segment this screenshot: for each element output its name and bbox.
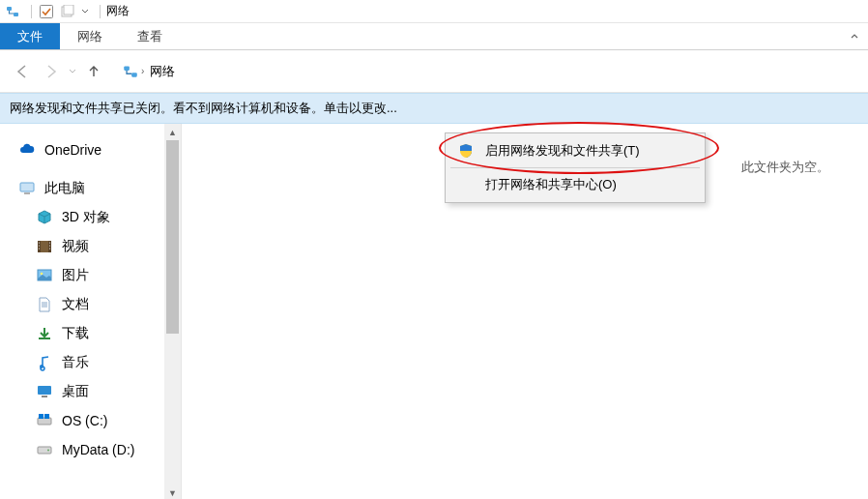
sidebar-item-label: 音乐: [62, 354, 89, 371]
doc-icon: [35, 295, 54, 314]
blank-icon: [456, 175, 476, 194]
scroll-up-icon[interactable]: ▲: [164, 124, 181, 140]
sidebar-item-documents[interactable]: 文档: [0, 290, 181, 319]
quickaccess-generic-icon[interactable]: [59, 3, 76, 20]
titlebar-separator: [31, 5, 32, 18]
context-item-enable-discovery[interactable]: 启用网络发现和文件共享(T): [448, 136, 702, 165]
sidebar-item-downloads[interactable]: 下载: [0, 319, 181, 348]
svg-point-20: [40, 365, 43, 368]
network-icon: [122, 63, 139, 80]
nav-up-button[interactable]: [79, 57, 108, 86]
sidebar-item-thispc[interactable]: 此电脑: [0, 174, 181, 203]
titlebar-separator: [100, 5, 101, 18]
scroll-down-icon[interactable]: ▼: [164, 484, 181, 499]
ribbon-tab-label: 文件: [17, 28, 43, 45]
drive-os-icon: [35, 411, 54, 430]
svg-point-27: [47, 450, 49, 452]
svg-rect-2: [41, 5, 53, 17]
svg-point-13: [39, 245, 40, 246]
svg-rect-1: [14, 13, 18, 16]
sidebar-item-label: 3D 对象: [62, 209, 110, 226]
sidebar-item-label: OneDrive: [44, 142, 101, 158]
nav-back-button[interactable]: [8, 57, 37, 86]
chevron-right-icon[interactable]: ›: [141, 66, 144, 76]
svg-point-17: [49, 248, 50, 249]
svg-point-15: [49, 242, 50, 243]
sidebar-item-drive-c[interactable]: OS (C:): [0, 406, 181, 435]
sidebar-item-label: 图片: [62, 267, 89, 284]
sidebar-item-label: 视频: [62, 238, 89, 255]
navigation-bar: › 网络: [0, 50, 868, 93]
sidebar-item-videos[interactable]: 视频: [0, 232, 181, 261]
cube-icon: [35, 208, 54, 227]
quickaccess-dropdown-icon[interactable]: [80, 3, 90, 20]
ribbon-tabs: 文件 网络 查看: [0, 23, 868, 50]
context-menu-separator: [450, 167, 700, 168]
svg-rect-4: [64, 5, 73, 15]
svg-rect-25: [44, 414, 49, 419]
context-item-label: 打开网络和共享中心(O): [485, 176, 617, 193]
nav-recent-dropdown[interactable]: [66, 57, 79, 86]
breadcrumb-root[interactable]: 网络: [150, 63, 175, 80]
sidebar-item-onedrive[interactable]: OneDrive: [0, 135, 181, 164]
window-title: 网络: [106, 3, 130, 19]
window-title-bar: 网络: [0, 0, 868, 23]
download-icon: [35, 324, 54, 343]
sidebar-item-label: 下载: [62, 325, 89, 342]
svg-rect-22: [42, 396, 47, 397]
nav-tree: OneDrive 此电脑 3D 对象 视频 图片 文档: [0, 135, 181, 464]
svg-rect-6: [131, 73, 137, 77]
svg-point-19: [41, 273, 43, 276]
sidebar-item-label: MyData (D:): [62, 442, 134, 457]
music-icon: [35, 353, 54, 372]
ribbon-tab-file[interactable]: 文件: [0, 23, 60, 49]
navigation-pane: OneDrive 此电脑 3D 对象 视频 图片 文档: [0, 124, 182, 499]
banner-text: 网络发现和文件共享已关闭。看不到网络计算机和设备。单击以更改...: [10, 101, 397, 115]
desktop-icon: [35, 382, 54, 401]
svg-point-14: [39, 248, 40, 249]
network-discovery-banner[interactable]: 网络发现和文件共享已关闭。看不到网络计算机和设备。单击以更改...: [0, 93, 868, 124]
ribbon-collapse-icon[interactable]: [841, 23, 868, 49]
drive-icon: [35, 440, 54, 459]
context-item-open-sharing-center[interactable]: 打开网络和共享中心(O): [448, 170, 702, 199]
context-menu: 启用网络发现和文件共享(T) 打开网络和共享中心(O): [445, 132, 706, 203]
network-main-icon: [4, 3, 21, 20]
sidebar-item-label: OS (C:): [62, 413, 107, 428]
ribbon-tab-label: 网络: [77, 28, 102, 45]
pc-icon: [17, 179, 37, 198]
svg-rect-0: [7, 7, 12, 11]
ribbon-tab-label: 查看: [137, 28, 162, 45]
empty-folder-text: 此文件夹为空。: [741, 159, 829, 176]
svg-rect-23: [38, 418, 51, 425]
cloud-icon: [17, 140, 37, 160]
svg-rect-24: [39, 414, 43, 419]
svg-point-16: [49, 245, 50, 246]
context-item-label: 启用网络发现和文件共享(T): [485, 142, 640, 160]
film-icon: [35, 237, 54, 256]
sidebar-item-label: 桌面: [62, 383, 89, 400]
sidebar-item-drive-d[interactable]: MyData (D:): [0, 435, 181, 464]
address-bar[interactable]: › 网络: [116, 58, 860, 85]
sidebar-item-pictures[interactable]: 图片: [0, 261, 181, 290]
sidebar-scrollbar[interactable]: ▲ ▼: [164, 124, 181, 499]
tree-spacer: [0, 164, 181, 174]
sidebar-item-label: 文档: [62, 296, 89, 313]
svg-point-12: [39, 242, 40, 243]
sidebar-item-label: 此电脑: [44, 180, 85, 197]
nav-forward-button[interactable]: [37, 57, 66, 86]
sidebar-item-3dobjects[interactable]: 3D 对象: [0, 203, 181, 232]
svg-rect-7: [20, 183, 34, 191]
image-icon: [35, 266, 54, 285]
svg-rect-5: [124, 66, 130, 71]
shield-icon: [456, 141, 476, 161]
svg-rect-8: [24, 192, 30, 194]
quickaccess-checkbox-icon[interactable]: [38, 3, 55, 20]
ribbon-tab-view[interactable]: 查看: [120, 23, 180, 49]
svg-rect-21: [38, 386, 51, 395]
scroll-thumb[interactable]: [166, 140, 179, 334]
explorer-body: OneDrive 此电脑 3D 对象 视频 图片 文档: [0, 124, 868, 499]
ribbon-tab-network[interactable]: 网络: [60, 23, 120, 49]
sidebar-item-desktop[interactable]: 桌面: [0, 377, 181, 406]
sidebar-item-music[interactable]: 音乐: [0, 348, 181, 377]
